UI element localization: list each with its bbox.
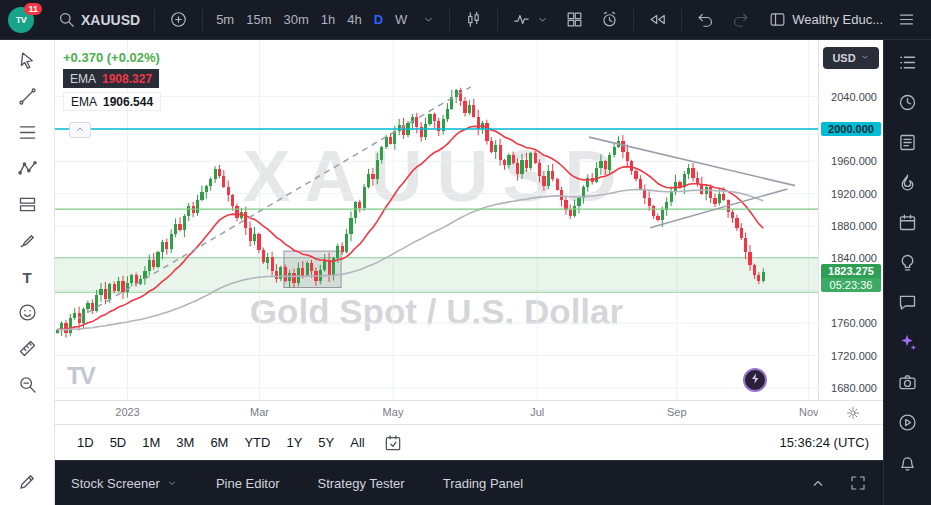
timeframe-15m[interactable]: 15m bbox=[240, 6, 277, 34]
layout-templates-button[interactable] bbox=[558, 6, 591, 34]
brush-icon bbox=[17, 230, 38, 255]
long-position-tool[interactable] bbox=[10, 194, 44, 218]
text-tool[interactable]: T bbox=[10, 266, 44, 290]
range-5d[interactable]: 5D bbox=[102, 431, 135, 455]
ruler-tool[interactable] bbox=[10, 338, 44, 362]
chart-legend: +0.370 (+0.02%) EMA1908.327EMA1906.544 bbox=[63, 50, 161, 111]
timeframe-30m[interactable]: 30m bbox=[277, 6, 314, 34]
redo-button[interactable] bbox=[724, 6, 757, 34]
watchlist-button[interactable] bbox=[894, 52, 922, 76]
divider bbox=[681, 9, 682, 31]
range-6m[interactable]: 6M bbox=[202, 431, 236, 455]
camera-snapshot-button[interactable] bbox=[894, 372, 922, 396]
range-5y[interactable]: 5Y bbox=[310, 431, 342, 455]
menu-icon bbox=[897, 10, 916, 29]
price-tick: 1760.000 bbox=[831, 317, 877, 329]
timeframe-1h[interactable]: 1h bbox=[315, 6, 341, 34]
edit-icon bbox=[17, 471, 38, 496]
fib-retracement-tool[interactable] bbox=[10, 122, 44, 146]
indicator-rows: EMA1908.327EMA1906.544 bbox=[63, 65, 161, 111]
news-flash-icon bbox=[897, 132, 918, 157]
notification-badge: 11 bbox=[24, 3, 42, 15]
camera-snapshot-icon bbox=[897, 372, 918, 397]
quick-menu-button[interactable] bbox=[890, 6, 923, 34]
panel-tab-stock-screener[interactable]: Stock Screener bbox=[71, 476, 178, 491]
range-1y[interactable]: 1Y bbox=[278, 431, 310, 455]
panel-open-icon[interactable] bbox=[809, 474, 827, 492]
timeframe-4h[interactable]: 4h bbox=[341, 6, 367, 34]
undo-button[interactable] bbox=[689, 6, 722, 34]
range-1d[interactable]: 1D bbox=[69, 431, 102, 455]
symbol-search-button[interactable]: XAUUSD bbox=[50, 6, 147, 34]
time-label-jul: Jul bbox=[530, 406, 544, 418]
indicator-row-ema-1[interactable]: EMA1906.544 bbox=[63, 92, 161, 111]
price-axis[interactable]: USD 2040.0001960.0001920.0001880.0001840… bbox=[818, 40, 883, 400]
zoom-tool[interactable] bbox=[10, 374, 44, 398]
save-layout-button[interactable]: Wealthy Educ... bbox=[761, 6, 890, 34]
range-all[interactable]: All bbox=[342, 431, 372, 455]
chart-type-button[interactable] bbox=[457, 6, 490, 34]
text-icon: T bbox=[22, 269, 31, 287]
panel-tab-strategy-tester[interactable]: Strategy Tester bbox=[317, 476, 404, 491]
trend-line-tool[interactable] bbox=[10, 86, 44, 110]
autoplay-button[interactable] bbox=[894, 412, 922, 436]
tradingview-logo[interactable]: TV 11 bbox=[8, 5, 42, 35]
timeframe-5m[interactable]: 5m bbox=[210, 6, 240, 34]
chart-settings-gear-icon[interactable] bbox=[845, 405, 861, 421]
cursor-tool[interactable] bbox=[10, 50, 44, 74]
price-tick: 1920.000 bbox=[831, 188, 877, 200]
chart-canvas[interactable]: XAUUSD Gold Spot / U.S. Dollar +0.370 (+… bbox=[55, 40, 818, 400]
xabcd-pattern-tool[interactable] bbox=[10, 158, 44, 182]
plus-icon bbox=[169, 10, 188, 29]
indicator-value: 1908.327 bbox=[102, 72, 152, 86]
legend-collapse-button[interactable] bbox=[69, 122, 91, 138]
indicator-label: EMA bbox=[71, 95, 97, 109]
utc-clock[interactable]: 15:36:24 (UTC) bbox=[779, 435, 869, 450]
bar-countdown: 05:23:36 bbox=[821, 278, 881, 292]
timeframe-more-button[interactable] bbox=[415, 6, 442, 34]
emoji-icon bbox=[17, 302, 38, 327]
search-icon bbox=[57, 10, 76, 29]
notifications-bell-button[interactable] bbox=[894, 452, 922, 476]
public-chat-button[interactable] bbox=[894, 292, 922, 316]
hotlist-flame-button[interactable] bbox=[894, 172, 922, 196]
price-tick: 1720.000 bbox=[831, 350, 877, 362]
panel-tab-label: Trading Panel bbox=[443, 476, 523, 491]
economic-calendar-button[interactable] bbox=[894, 212, 922, 236]
cursor-icon bbox=[17, 50, 38, 75]
goto-date-icon[interactable] bbox=[383, 433, 403, 453]
timeframe-d[interactable]: D bbox=[368, 6, 389, 34]
bar-replay-button[interactable] bbox=[641, 6, 674, 34]
divider bbox=[633, 9, 634, 31]
price-change-text: +0.370 (+0.02%) bbox=[63, 50, 161, 65]
panel-tab-pine-editor[interactable]: Pine Editor bbox=[216, 476, 280, 491]
time-axis-labels: 2023MarMayJulSepNov bbox=[55, 401, 818, 424]
range-ytd[interactable]: YTD bbox=[236, 431, 278, 455]
lightning-bolt-icon bbox=[749, 371, 762, 389]
timeframe-w[interactable]: W bbox=[389, 6, 413, 34]
ai-sparkle-button[interactable] bbox=[894, 332, 922, 356]
range-3m[interactable]: 3M bbox=[168, 431, 202, 455]
time-label-sep: Sep bbox=[667, 406, 687, 418]
ideas-bulb-button[interactable] bbox=[894, 252, 922, 276]
compare-add-button[interactable] bbox=[162, 6, 195, 34]
instant-trading-button[interactable] bbox=[743, 368, 767, 392]
currency-dropdown[interactable]: USD bbox=[823, 47, 879, 69]
news-flash-button[interactable] bbox=[894, 132, 922, 156]
trading-app: TV 11 XAUUSD 5m15m30m1h4hDW bbox=[0, 0, 931, 505]
time-axis[interactable]: 2023MarMayJulSepNov bbox=[55, 400, 883, 424]
panel-tab-trading-panel[interactable]: Trading Panel bbox=[443, 476, 523, 491]
range-1m[interactable]: 1M bbox=[134, 431, 168, 455]
candlestick-chart[interactable] bbox=[55, 40, 818, 400]
alert-clock-button[interactable] bbox=[894, 92, 922, 116]
panel-maximize-icon[interactable] bbox=[849, 474, 867, 492]
price-level-label-2000: 2000.000 bbox=[821, 122, 881, 136]
panel-tab-label: Strategy Tester bbox=[317, 476, 404, 491]
brush-tool[interactable] bbox=[10, 230, 44, 254]
indicators-button[interactable] bbox=[505, 6, 556, 34]
chevron-down-icon bbox=[860, 52, 870, 64]
edit-tool[interactable] bbox=[10, 471, 44, 495]
create-alert-button[interactable] bbox=[593, 6, 626, 34]
emoji-tool[interactable] bbox=[10, 302, 44, 326]
indicator-row-ema-0[interactable]: EMA1908.327 bbox=[63, 69, 159, 88]
